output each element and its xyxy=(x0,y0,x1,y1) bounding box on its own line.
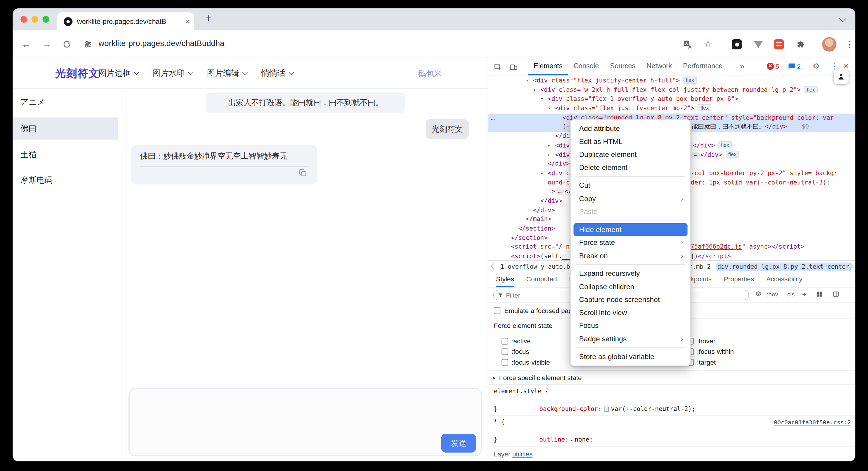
bookmark-star-icon[interactable]: ☆ xyxy=(700,36,716,52)
css-declaration[interactable]: background-color:var(--color-neutral-2); xyxy=(488,396,855,405)
issues-badge[interactable]: 2 xyxy=(788,63,801,70)
flex-badge[interactable]: flex xyxy=(683,76,697,84)
expand-arrow-icon[interactable]: ▸ xyxy=(540,169,543,178)
pseudo-class-toggle[interactable]: :focus xyxy=(502,348,529,356)
expand-arrow-icon[interactable]: ▸ xyxy=(548,150,551,160)
tree-node[interactable]: ▾<div class="flex-1 overflow-y-auto box-… xyxy=(488,95,855,104)
tree-node[interactable]: ▾<div class="w-2xl h-full flex flex-col … xyxy=(488,86,855,95)
nav-item[interactable]: 悄悄话 xyxy=(261,68,293,79)
message-input[interactable] xyxy=(128,388,482,457)
expand-shorthand-icon[interactable]: ▸ xyxy=(570,436,573,445)
nav-item[interactable]: 图片编辑 xyxy=(207,68,247,79)
css-property-value[interactable]: none; xyxy=(575,436,593,443)
sidebar-item[interactable]: 土猫 xyxy=(13,143,118,166)
tree-node[interactable]: ▾<div class="flex justify-center mb-2">f… xyxy=(488,104,855,113)
checkbox-icon[interactable] xyxy=(502,348,508,355)
browser-menu-kebab-icon[interactable]: ⋮ xyxy=(842,36,856,52)
pseudo-class-toggle[interactable]: :target xyxy=(687,358,716,366)
inspect-element-button[interactable] xyxy=(493,62,502,72)
extension-dark-icon[interactable] xyxy=(729,36,744,52)
pseudo-class-toggle[interactable]: :active xyxy=(502,337,531,345)
pseudo-class-toggle[interactable]: :focus-within xyxy=(687,348,734,356)
checkbox-icon[interactable] xyxy=(502,338,508,345)
menu-item-delete-element[interactable]: Delete element xyxy=(574,161,688,174)
devtools-tab-elements[interactable]: Elements xyxy=(528,58,568,76)
css-property-name[interactable]: background-color: xyxy=(539,405,602,413)
menu-item-focus[interactable]: Focus xyxy=(574,319,688,332)
flex-badge[interactable]: flex xyxy=(718,141,732,148)
css-property-name[interactable]: outline: xyxy=(539,436,569,443)
checkbox-icon[interactable] xyxy=(502,359,508,366)
menu-item-copy[interactable]: Copy› xyxy=(574,192,688,205)
menu-item-collapse-children[interactable]: Collapse children xyxy=(574,280,688,293)
devtools-tab-console[interactable]: Console xyxy=(568,58,604,76)
computed-panel-toggle-button[interactable] xyxy=(833,291,839,299)
send-button[interactable]: 发送 xyxy=(441,434,476,453)
stylesheet-source-link[interactable]: 00c0ac01fa30f50e.css:2 xyxy=(774,418,851,426)
collapse-arrow-icon[interactable]: ▾ xyxy=(526,76,528,86)
devtools-tab-sources[interactable]: Sources xyxy=(604,58,641,76)
rendering-emulations-button[interactable] xyxy=(755,291,762,299)
menu-item-expand-recursively[interactable]: Expand recursively xyxy=(574,267,688,280)
layer-link[interactable]: utilities xyxy=(513,450,533,458)
profile-avatar[interactable] xyxy=(822,37,836,51)
new-style-rule-button[interactable]: + xyxy=(802,290,807,298)
color-swatch-icon[interactable] xyxy=(604,407,609,412)
extension-triangle-icon[interactable] xyxy=(751,36,766,52)
accessibility-floating-button[interactable] xyxy=(834,69,848,84)
extension-orange-icon[interactable] xyxy=(771,36,786,52)
reload-button[interactable] xyxy=(59,36,74,52)
collapse-arrow-icon[interactable]: ▾ xyxy=(548,104,551,113)
styles-tab-properties[interactable]: Properties xyxy=(724,272,754,287)
menu-item-break-on[interactable]: Break on› xyxy=(574,249,688,262)
menu-item-badge-settings[interactable]: Badge settings› xyxy=(574,332,688,345)
address-bar[interactable]: worklite-pro.pages.dev/chatBuddha xyxy=(98,39,224,48)
menu-item-scroll-into-view[interactable]: Scroll into view xyxy=(574,306,688,319)
close-tab-icon[interactable]: × xyxy=(185,17,190,26)
rule-selector[interactable]: * { 00c0ac01fa30f50e.css:2 xyxy=(488,418,855,426)
user-badge[interactable]: 鹅包米 xyxy=(418,69,442,79)
breadcrumb-item[interactable]: div.rounded-lg.px-8.py-2.text-center xyxy=(716,263,851,271)
menu-item-store-as-global-variable[interactable]: Store as global variable xyxy=(574,350,688,363)
styles-tab-computed[interactable]: Computed xyxy=(526,272,557,287)
site-info-button[interactable] xyxy=(81,36,96,52)
tree-node[interactable]: ▾<div class="flex justify-center h-full"… xyxy=(488,76,855,86)
nav-item[interactable]: 图片水印 xyxy=(153,68,193,79)
toggle-pseudo-state-button[interactable]: :hov xyxy=(767,291,778,298)
pseudo-class-toggle[interactable]: :hover xyxy=(687,337,716,345)
browser-tab[interactable]: worklite-pro.pages.dev/chatB × xyxy=(57,12,194,31)
menu-item-cut[interactable]: Cut xyxy=(574,179,688,192)
flex-badge[interactable]: flex xyxy=(698,104,712,111)
flex-badge[interactable]: flex xyxy=(804,86,817,93)
element-classes-button[interactable]: .cls xyxy=(785,291,795,298)
menu-item-duplicate-element[interactable]: Duplicate element xyxy=(574,148,688,161)
css-property-value[interactable]: var(--color-neutral-2); xyxy=(611,405,695,413)
devtools-tab-performance[interactable]: Performance xyxy=(678,58,728,76)
collapse-arrow-icon[interactable]: ▾ xyxy=(540,95,543,104)
collapsed-children-icon[interactable]: … xyxy=(691,152,700,158)
more-tabs-button[interactable]: » xyxy=(740,61,744,70)
collapsed-children-icon[interactable]: … xyxy=(556,189,564,195)
devtools-settings-gear-icon[interactable]: ⚙ xyxy=(813,61,820,70)
tab-search-chevron-icon[interactable] xyxy=(839,15,846,22)
menu-item-force-state[interactable]: Force state› xyxy=(574,236,688,249)
extensions-puzzle-button[interactable] xyxy=(793,36,808,52)
zoom-window-button[interactable] xyxy=(42,16,49,23)
new-tab-button[interactable]: + xyxy=(205,12,212,25)
collapse-arrow-icon[interactable]: ▾ xyxy=(533,86,536,95)
grid-overlay-button[interactable] xyxy=(816,291,823,299)
styles-tab-styles[interactable]: Styles xyxy=(496,272,514,287)
devtools-tab-network[interactable]: Network xyxy=(641,58,677,76)
pseudo-class-toggle[interactable]: :focus-visible xyxy=(502,358,550,366)
rule-selector[interactable]: element.style { xyxy=(488,387,855,396)
css-declaration[interactable]: outline:▸none; xyxy=(488,426,855,435)
menu-item-hide-element[interactable]: Hide element xyxy=(574,223,688,236)
minimize-window-button[interactable] xyxy=(31,16,38,23)
force-specific-section[interactable]: ▸ Force specific element state xyxy=(488,370,855,384)
forward-button[interactable]: → xyxy=(39,36,54,52)
menu-item-add-attribute[interactable]: Add attribute xyxy=(574,122,688,135)
flex-badge[interactable]: flex xyxy=(725,150,739,158)
sidebar-item[interactable]: 摩斯电码 xyxy=(13,169,118,191)
expand-arrow-icon[interactable]: ▸ xyxy=(548,141,551,150)
back-button[interactable]: ← xyxy=(18,36,34,52)
